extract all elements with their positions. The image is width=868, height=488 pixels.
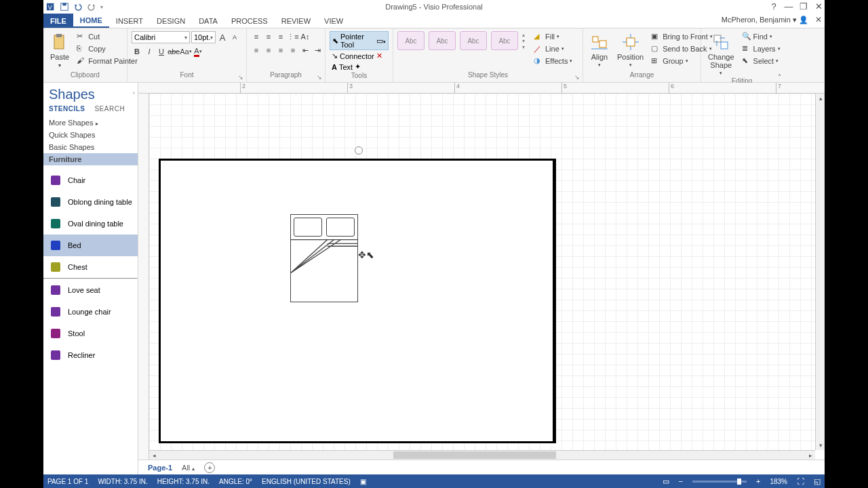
zoom-out-button[interactable]: − (679, 477, 683, 485)
align-right-icon[interactable]: ≡ (275, 45, 286, 56)
italic-button[interactable]: I (144, 46, 155, 57)
quick-shapes-item[interactable]: Quick Shapes (43, 129, 138, 141)
bullets-icon[interactable]: ⋮≡ (288, 31, 298, 42)
find-button[interactable]: 🔍Find▾ (740, 31, 783, 42)
scroll-right-icon[interactable]: ▸ (806, 451, 815, 460)
horizontal-scrollbar[interactable]: ◂ ▸ (149, 450, 815, 460)
shape-style-2[interactable]: Abc (429, 31, 456, 50)
scroll-up-icon[interactable]: ▴ (816, 94, 825, 103)
user-name[interactable]: McPheron, Benjamin ▾ 👤 (722, 16, 808, 24)
decrease-indent-icon[interactable]: ⇤ (300, 45, 311, 56)
connector-tool-button[interactable]: ↘Connector✕ (330, 51, 384, 61)
drawing-surface[interactable]: ✥⬉ (149, 94, 815, 450)
underline-button[interactable]: U (156, 46, 167, 57)
fill-button[interactable]: ◢Fill▾ (532, 31, 574, 42)
zoom-level[interactable]: 183% (770, 478, 787, 485)
save-icon[interactable] (60, 2, 69, 12)
shape-style-1[interactable]: Abc (397, 31, 425, 50)
add-page-button[interactable]: + (204, 462, 215, 473)
presentation-mode-icon[interactable]: ▭ (663, 477, 669, 486)
page-tab-all[interactable]: All ▴ (182, 464, 195, 472)
rotation-handle[interactable] (355, 146, 363, 155)
shape-item-love-seat[interactable]: Love seat (43, 279, 138, 301)
shape-item-lounge-chair[interactable]: Lounge chair (43, 301, 138, 323)
bed-shape[interactable] (290, 214, 358, 302)
qat-customize-icon[interactable]: ▾ (100, 4, 103, 10)
pan-zoom-icon[interactable]: ◱ (814, 477, 821, 486)
align-top-icon[interactable]: ≡ (251, 31, 262, 42)
tab-process[interactable]: PROCESS (224, 14, 275, 28)
shape-style-3[interactable]: Abc (460, 31, 487, 50)
shape-item-chest[interactable]: Chest (43, 256, 138, 278)
pointer-tool-button[interactable]: ⬉Pointer Tool▭▾ (330, 31, 389, 50)
close-doc-icon[interactable]: ✕ (815, 15, 822, 24)
style-gallery-expand[interactable]: ▾ (522, 44, 525, 50)
align-left-icon[interactable]: ≡ (251, 45, 262, 56)
shape-item-oval-dining-table[interactable]: Oval dining table (43, 213, 138, 235)
text-direction-icon[interactable]: A↕ (300, 31, 311, 42)
change-shape-button[interactable]: Change Shape▾ (705, 31, 737, 77)
more-shapes-item[interactable]: More Shapes ▸ (43, 117, 138, 129)
paste-button[interactable]: Paste▾ (47, 31, 72, 70)
tab-stencils[interactable]: STENCILS (49, 105, 85, 113)
line-button[interactable]: ／Line▾ (532, 43, 574, 54)
select-button[interactable]: ⬉Select▾ (740, 56, 783, 66)
ruler-vertical[interactable] (138, 94, 149, 460)
case-button[interactable]: Aa▾ (180, 46, 191, 57)
shape-item-bed[interactable]: Bed (43, 235, 138, 256)
font-dialog-launcher[interactable]: ↘ (238, 74, 245, 81)
tab-design[interactable]: DESIGN (150, 14, 192, 28)
layers-button[interactable]: ≣Layers▾ (740, 43, 783, 54)
shape-style-4[interactable]: Abc (491, 31, 518, 50)
align-center-icon[interactable]: ≡ (263, 45, 274, 56)
close-icon[interactable]: ✕ (814, 2, 823, 12)
tab-insert[interactable]: INSERT (109, 14, 150, 28)
font-name-combo[interactable]: Calibri▾ (132, 31, 190, 43)
tab-review[interactable]: REVIEW (275, 14, 317, 28)
zoom-in-button[interactable]: + (756, 477, 760, 485)
furniture-stencil-item[interactable]: Furniture (43, 153, 138, 165)
collapse-shapes-icon[interactable]: ‹ (133, 89, 138, 96)
minimize-icon[interactable]: ― (784, 2, 793, 12)
align-middle-icon[interactable]: ≡ (263, 31, 274, 42)
zoom-slider[interactable] (692, 481, 747, 483)
undo-icon[interactable] (73, 2, 83, 12)
grow-font-icon[interactable]: A (217, 32, 228, 43)
text-tool-button[interactable]: AText✦ (330, 62, 363, 72)
shape-item-recliner[interactable]: Recliner (43, 344, 138, 366)
ruler-horizontal[interactable]: 234567 (138, 83, 825, 94)
page-tab-1[interactable]: Page-1 (148, 464, 172, 472)
connection-point-icon[interactable]: ✦ (355, 62, 361, 71)
strike-button[interactable]: abc (168, 46, 179, 57)
font-color-button[interactable]: A▾ (193, 46, 203, 57)
increase-indent-icon[interactable]: ⇥ (312, 45, 323, 56)
shrink-font-icon[interactable]: A (229, 32, 240, 43)
shape-item-chair[interactable]: Chair (43, 169, 138, 191)
tab-search-stencils[interactable]: SEARCH (94, 105, 125, 113)
align-button[interactable]: Align▾ (587, 31, 612, 69)
effects-button[interactable]: ◑Effects▾ (532, 56, 574, 66)
shape-item-stool[interactable]: Stool (43, 323, 138, 344)
style-scroll-down[interactable]: ▾ (522, 38, 525, 44)
style-scroll-up[interactable]: ▴ (522, 32, 525, 38)
font-size-combo[interactable]: 10pt.▾ (191, 31, 216, 43)
tab-file[interactable]: FILE (43, 14, 73, 28)
restore-icon[interactable]: ❐ (799, 2, 808, 12)
scroll-left-icon[interactable]: ◂ (149, 451, 159, 460)
redo-icon[interactable] (87, 2, 96, 12)
status-language[interactable]: ENGLISH (UNITED STATES) (262, 478, 351, 485)
tab-home[interactable]: HOME (73, 14, 109, 28)
bold-button[interactable]: B (132, 46, 142, 57)
hscroll-thumb[interactable] (393, 451, 556, 459)
tab-data[interactable]: DATA (192, 14, 224, 28)
position-button[interactable]: Position▾ (614, 31, 646, 69)
macro-record-icon[interactable]: ▣ (360, 478, 366, 485)
help-icon[interactable]: ? (769, 2, 778, 12)
collapse-ribbon-icon[interactable]: ˄ (778, 73, 781, 81)
scroll-down-icon[interactable]: ▾ (816, 441, 825, 450)
align-bottom-icon[interactable]: ≡ (275, 31, 286, 42)
fit-page-icon[interactable]: ⛶ (797, 477, 804, 485)
shape-styles-dialog-launcher[interactable]: ↘ (574, 74, 581, 81)
justify-icon[interactable]: ≡ (288, 45, 298, 56)
shape-item-oblong-dining-table[interactable]: Oblong dining table (43, 191, 138, 213)
